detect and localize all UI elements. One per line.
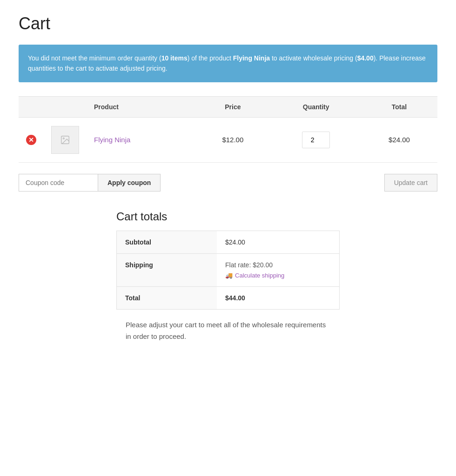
shipping-rate: Flat rate: $20.00 xyxy=(225,261,331,269)
col-header-thumb xyxy=(44,96,87,117)
table-row: ✕ Flying Ninja $12.00 $24.00 xyxy=(19,117,437,162)
shipping-label: Shipping xyxy=(117,253,217,286)
product-thumbnail-cell xyxy=(44,117,87,162)
total-label: Total xyxy=(117,286,217,309)
wholesale-requirements-notice: Please adjust your cart to meet all of t… xyxy=(126,319,330,343)
col-header-total: Total xyxy=(361,96,437,117)
total-row: Total $44.00 xyxy=(117,286,340,309)
product-price-cell: $12.00 xyxy=(194,117,271,162)
cart-totals-inner: Cart totals Subtotal $24.00 Shipping Fla… xyxy=(116,210,340,343)
coupon-input[interactable] xyxy=(19,174,98,192)
coupon-form: Apply coupon xyxy=(19,174,161,192)
cart-actions: Apply coupon Update cart xyxy=(19,174,437,192)
subtotal-value: $24.00 xyxy=(217,231,339,253)
quantity-input[interactable] xyxy=(302,132,330,148)
remove-cell: ✕ xyxy=(19,117,44,162)
product-quantity-cell xyxy=(271,117,361,162)
product-thumbnail xyxy=(51,126,79,154)
product-link[interactable]: Flying Ninja xyxy=(94,136,130,144)
cart-table: Product Price Quantity Total ✕ xyxy=(19,96,437,163)
col-header-price: Price xyxy=(194,96,271,117)
remove-item-button[interactable]: ✕ xyxy=(26,135,36,145)
cart-totals-section: Cart totals Subtotal $24.00 Shipping Fla… xyxy=(19,210,437,343)
apply-coupon-button[interactable]: Apply coupon xyxy=(98,174,161,192)
subtotal-label: Subtotal xyxy=(117,231,217,253)
col-header-remove xyxy=(19,96,44,117)
wholesale-notice-banner: You did not meet the minimum order quant… xyxy=(19,45,437,82)
shipping-row: Shipping Flat rate: $20.00 🚚 Calculate s… xyxy=(117,253,340,286)
product-total-cell: $24.00 xyxy=(361,117,437,162)
cart-totals-heading: Cart totals xyxy=(116,210,340,223)
product-name-cell: Flying Ninja xyxy=(87,117,194,162)
shipping-value-cell: Flat rate: $20.00 🚚 Calculate shipping xyxy=(217,253,339,286)
svg-point-1 xyxy=(63,138,64,139)
totals-table: Subtotal $24.00 Shipping Flat rate: $20.… xyxy=(116,231,340,310)
col-header-quantity: Quantity xyxy=(271,96,361,117)
truck-icon: 🚚 xyxy=(225,272,233,279)
page-title: Cart xyxy=(19,14,437,33)
col-header-product: Product xyxy=(87,96,194,117)
remove-icon: ✕ xyxy=(26,135,36,145)
calc-shipping-label: Calculate shipping xyxy=(235,272,284,279)
calculate-shipping-link[interactable]: 🚚 Calculate shipping xyxy=(225,272,284,279)
subtotal-row: Subtotal $24.00 xyxy=(117,231,340,253)
update-cart-button[interactable]: Update cart xyxy=(384,174,437,192)
notice-text: You did not meet the minimum order quant… xyxy=(28,54,426,72)
total-value: $44.00 xyxy=(217,286,339,309)
